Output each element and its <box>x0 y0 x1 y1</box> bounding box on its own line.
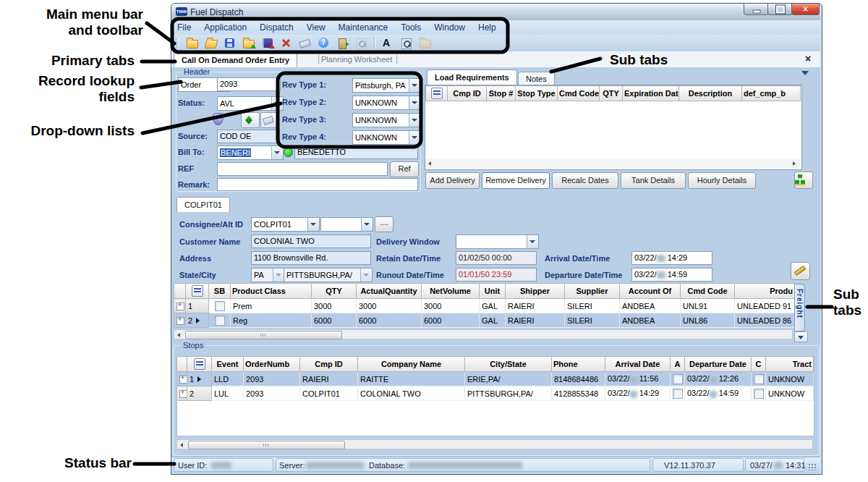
clear-button[interactable] <box>260 112 278 128</box>
col-expiration-date[interactable]: Expiration Date <box>623 86 679 101</box>
billto-combo[interactable]: BENERI <box>217 145 284 160</box>
freight-more-button[interactable] <box>794 331 808 342</box>
collapse-chevron-icon[interactable] <box>801 71 809 75</box>
menu-tools[interactable]: Tools <box>401 22 421 33</box>
city-combo[interactable]: PITTSBURGH,PA/ <box>284 268 373 282</box>
col-cmp-id[interactable]: Cmp ID <box>300 357 358 372</box>
alt-id-combo[interactable] <box>320 217 373 232</box>
chevron-down-icon[interactable] <box>271 97 283 110</box>
stop-row[interactable]: 2 LUL 2093 COLPIT01 COLONIAL TWO PITTSBU… <box>177 386 814 401</box>
col-departure-date[interactable]: Departure Date <box>685 357 752 372</box>
rev-type-2-combo[interactable]: UNKNOWN <box>352 96 421 110</box>
chevron-down-icon[interactable] <box>527 235 538 248</box>
col-arrival-date[interactable]: Arrival Date <box>605 357 671 372</box>
col-account-of[interactable]: Account Of <box>620 284 681 299</box>
maximize-button[interactable] <box>767 4 793 15</box>
eraser-icon[interactable] <box>299 37 311 49</box>
tab-colpit01[interactable]: COLPIT01 <box>176 197 230 212</box>
menu-dispatch[interactable]: Dispatch <box>260 22 294 33</box>
col-cmd-code[interactable]: Cmd Code <box>681 284 735 299</box>
rev-type-4-combo[interactable]: UNKNOWN <box>352 130 421 145</box>
col-description[interactable]: Description <box>679 86 742 101</box>
tab-close-icon[interactable]: × <box>805 54 811 64</box>
sb-checkbox[interactable] <box>215 316 225 326</box>
chevron-down-icon[interactable] <box>307 218 319 231</box>
sort-icon[interactable] <box>431 88 443 99</box>
minimize-button[interactable] <box>744 4 769 15</box>
remark-input[interactable] <box>217 178 418 191</box>
remove-delivery-button[interactable]: Remove Delivery <box>482 172 550 189</box>
col-unit[interactable]: Unit <box>480 284 506 299</box>
tab-planning-worksheet[interactable]: Planning Worksheet <box>321 55 392 64</box>
col-qty[interactable]: QTY <box>600 86 623 101</box>
col-cmp-id[interactable]: Cmp ID <box>448 86 487 101</box>
departure-field[interactable]: 03/22/ 14:59 <box>631 268 712 282</box>
preview-icon[interactable] <box>400 37 412 49</box>
lr-hscrollbar[interactable] <box>425 158 800 169</box>
col-net-volume[interactable]: NetVolume <box>422 284 480 299</box>
address-book-icon[interactable] <box>261 37 273 49</box>
sort-icon[interactable] <box>194 358 205 370</box>
expand-icon[interactable] <box>179 390 187 398</box>
rev-type-1-combo[interactable]: Pittsburgh, PA <box>352 78 421 93</box>
col-city-state[interactable]: City/State <box>465 357 552 372</box>
products-hscrollbar[interactable] <box>174 329 793 339</box>
col-sb[interactable]: SB <box>209 284 231 299</box>
save-icon[interactable] <box>224 37 236 49</box>
ref-input[interactable] <box>217 162 388 176</box>
delivery-window-combo[interactable] <box>456 234 539 249</box>
expand-icon[interactable] <box>179 376 187 384</box>
hourly-details-button[interactable]: Hourly Details <box>688 172 756 189</box>
col-def-cmp-b[interactable]: def_cmp_b <box>742 86 801 101</box>
scrollbar-thumb[interactable] <box>188 441 345 449</box>
stops-hscrollbar[interactable] <box>176 439 813 449</box>
chevron-down-icon[interactable] <box>360 269 372 282</box>
exit-icon[interactable] <box>336 37 349 49</box>
chevron-down-icon[interactable] <box>361 218 373 231</box>
consignee-combo[interactable]: COLPIT01 <box>251 217 320 232</box>
scroll-right-icon[interactable] <box>793 161 796 166</box>
col-stop-type[interactable]: Stop Type <box>516 86 558 101</box>
stop-row[interactable]: 1 LLD 2093 RAIERI RAITTE ERIE,PA/ 814868… <box>177 372 814 386</box>
scrollbar-thumb[interactable] <box>185 331 342 339</box>
delete-icon[interactable] <box>280 37 292 49</box>
scroll-left-icon[interactable] <box>180 443 183 447</box>
title-bar[interactable] <box>171 4 820 20</box>
new-folder-icon[interactable] <box>186 37 198 49</box>
col-event[interactable]: Event <box>212 357 244 372</box>
tank-details-button[interactable]: Tank Details <box>621 172 686 189</box>
col-a[interactable]: A <box>671 357 685 372</box>
refresh-button[interactable] <box>241 112 260 128</box>
col-product-class[interactable]: Product Class <box>231 284 312 299</box>
col-product[interactable]: Produ <box>735 284 795 299</box>
arrival-field[interactable]: 03/22/ 14:29 <box>631 251 712 265</box>
expand-icon[interactable] <box>176 303 184 310</box>
menu-view[interactable]: View <box>307 22 326 33</box>
c-checkbox[interactable] <box>754 389 764 399</box>
expand-icon[interactable] <box>176 317 184 325</box>
col-tractor[interactable]: Tract <box>766 357 814 372</box>
order-number-input[interactable]: 2093 <box>217 77 281 91</box>
signature-button[interactable] <box>791 262 810 280</box>
lookup-dots-button[interactable]: .... <box>375 216 393 232</box>
chevron-down-icon[interactable] <box>409 114 420 127</box>
product-row[interactable]: 1 Prem 3000 3000 3000 GAL RAIERI SILERI … <box>174 299 795 313</box>
col-company-name[interactable]: Company Name <box>358 357 465 372</box>
tab-freight[interactable]: Freight <box>794 284 805 331</box>
close-button[interactable]: × <box>791 4 820 15</box>
help-icon[interactable]: ? <box>318 37 330 49</box>
add-delivery-button[interactable]: Add Delivery <box>425 172 480 189</box>
rev-type-3-combo[interactable]: UNKNOWN <box>352 113 421 127</box>
state-combo[interactable]: PA <box>251 268 285 282</box>
tab-load-requirements[interactable]: Load Requirements <box>427 69 517 85</box>
c-checkbox[interactable] <box>754 374 764 384</box>
col-qty[interactable]: QTY <box>312 284 357 299</box>
recalc-dates-button[interactable]: Recalc Dates <box>552 172 618 189</box>
a-checkbox[interactable] <box>673 374 683 384</box>
tab-notes[interactable]: Notes <box>518 72 555 85</box>
col-c[interactable]: C <box>752 357 766 372</box>
folder-refresh-icon[interactable] <box>242 37 255 49</box>
chevron-down-icon[interactable] <box>409 96 420 109</box>
chevron-down-icon[interactable] <box>409 79 420 92</box>
assign-button[interactable] <box>794 172 813 189</box>
